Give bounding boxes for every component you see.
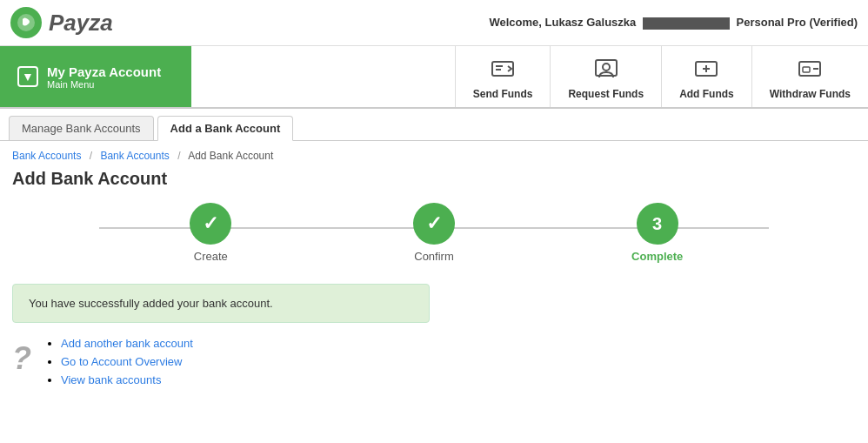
logo-area: Payza [10,7,113,38]
page-title: Add Bank Account [12,169,856,189]
step-create: ✓ Create [99,203,323,263]
account-type: Personal Pro [737,16,806,29]
breadcrumb-bank-accounts-1[interactable]: Bank Accounts [12,150,81,162]
breadcrumb-bank-accounts-2[interactable]: Bank Accounts [100,150,169,162]
step-confirm-circle: ✓ [413,203,455,245]
breadcrumb-sep-2: / [177,150,180,162]
nav-actions: Send Funds Request Funds Add Funds [455,46,868,107]
welcome-text: Welcome, Lukasz Galuszka Personal Pro (V… [489,16,858,30]
steps-container: ✓ Create ✓ Confirm 3 Complete [12,203,856,263]
step-create-label: Create [194,250,228,263]
request-funds-icon [591,53,622,84]
main-content: Bank Accounts / Bank Accounts / Add Bank… [0,141,868,400]
verified-label: (Verified) [809,16,858,29]
account-overview-link[interactable]: Go to Account Overview [61,355,182,368]
svg-rect-8 [803,67,810,72]
success-message: You have successfully added your bank ac… [12,284,430,323]
step-create-circle: ✓ [190,203,231,245]
my-account-button[interactable]: ▼ My Payza Account Main Menu [0,46,191,107]
add-funds-label: Add Funds [679,88,734,100]
withdraw-funds-button[interactable]: Withdraw Funds [751,46,868,107]
send-funds-icon [487,53,518,84]
my-account-title: My Payza Account [47,64,161,79]
add-funds-icon [691,53,722,84]
header: Payza Welcome, Lukasz Galuszka Personal … [0,0,868,46]
breadcrumb-sep-1: / [90,150,92,162]
add-funds-button[interactable]: Add Funds [661,46,751,107]
payza-logo-icon [10,7,42,38]
step-complete-circle: 3 [637,203,678,245]
tab-manage-bank-accounts[interactable]: Manage Bank Accounts [9,116,154,140]
add-another-link[interactable]: Add another bank account [61,337,193,350]
request-funds-label: Request Funds [568,88,644,100]
withdraw-funds-label: Withdraw Funds [770,88,851,100]
logo-text: Payza [49,10,113,37]
dropdown-arrow-icon: ▼ [17,66,38,87]
svg-rect-2 [596,60,617,76]
request-funds-button[interactable]: Request Funds [550,46,661,107]
help-icon: ? [12,340,31,377]
my-account-subtitle: Main Menu [47,79,161,90]
tab-add-bank-account[interactable]: Add a Bank Account [157,116,294,141]
list-item: View bank accounts [61,373,193,386]
step-confirm-label: Confirm [414,250,454,263]
username: Lukasz Galuszka [545,16,637,29]
view-accounts-link[interactable]: View bank accounts [61,373,161,386]
step-complete-label: Complete [631,250,683,263]
send-funds-button[interactable]: Send Funds [455,46,551,107]
tabs-bar: Manage Bank Accounts Add a Bank Account [0,109,868,141]
breadcrumb-add-bank-account: Add Bank Account [188,150,273,162]
redacted-email [643,17,730,30]
step-confirm: ✓ Confirm [323,203,546,263]
withdraw-funds-icon [794,53,825,84]
list-item: Add another bank account [61,337,193,350]
welcome-prefix: Welcome, [489,16,541,29]
my-account-text: My Payza Account Main Menu [47,64,161,90]
send-funds-label: Send Funds [473,88,533,100]
list-item: Go to Account Overview [61,355,193,368]
breadcrumb: Bank Accounts / Bank Accounts / Add Bank… [12,150,856,162]
svg-point-3 [603,64,610,70]
nav-bar: ▼ My Payza Account Main Menu Send Funds [0,46,868,109]
step-complete: 3 Complete [545,203,769,263]
help-section: ? Add another bank account Go to Account… [12,337,430,392]
help-links-list: Add another bank account Go to Account O… [43,337,193,392]
